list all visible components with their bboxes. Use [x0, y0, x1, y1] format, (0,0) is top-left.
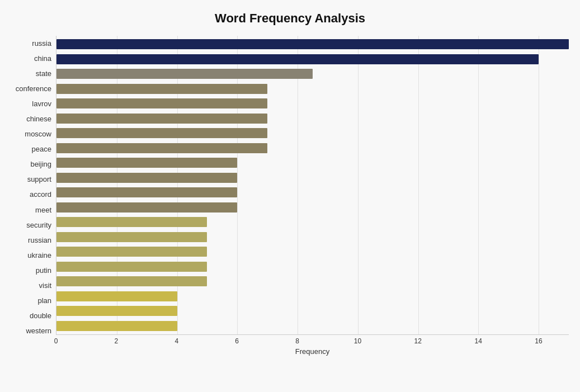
bar [56, 173, 237, 183]
y-label: plan [37, 293, 51, 308]
bar-row [56, 244, 569, 259]
x-axis-label: Frequency [56, 347, 569, 356]
bar-row [56, 67, 569, 81]
bar [56, 217, 207, 227]
y-label: double [30, 308, 51, 323]
y-label: moscow [25, 127, 51, 141]
bar-row [56, 141, 569, 155]
y-label: chinese [26, 112, 51, 126]
x-tick: 12 [414, 337, 422, 345]
y-label: meet [35, 202, 51, 217]
bars-wrapper [56, 36, 569, 334]
bar-row [56, 96, 569, 111]
bar [56, 54, 539, 64]
y-axis: russiachinastateconferencelavrovchinesem… [11, 36, 56, 355]
y-label: russian [28, 233, 51, 247]
x-axis-wrapper: 0246810121416 Frequency [56, 335, 569, 355]
x-tick: 16 [535, 337, 542, 345]
bar-row [56, 171, 569, 185]
x-tick: 8 [295, 337, 299, 345]
bar-row [56, 155, 569, 170]
bars-area [56, 36, 569, 334]
bar [56, 232, 207, 242]
bar [56, 187, 237, 197]
y-label: state [36, 67, 51, 81]
x-tick: 4 [175, 337, 178, 345]
bar [56, 114, 267, 124]
chart-container: Word Frequency Analysis russiachinastate… [0, 0, 580, 392]
x-tick: 14 [474, 337, 482, 345]
y-label: accord [30, 187, 51, 202]
bar [56, 262, 207, 272]
bar-row [56, 289, 569, 304]
y-label: security [26, 218, 51, 232]
y-label: putin [36, 263, 51, 277]
bar [56, 306, 177, 316]
bar [56, 276, 207, 286]
bar-row [56, 111, 569, 126]
bar [56, 291, 177, 301]
bars-and-x: 0246810121416 Frequency [56, 36, 569, 355]
bar-row [56, 274, 569, 289]
x-tick: 0 [54, 337, 58, 345]
bar-row [56, 200, 569, 215]
bar-row [56, 52, 569, 67]
x-tick: 6 [235, 337, 239, 345]
y-label: visit [39, 278, 51, 292]
bar [56, 98, 267, 108]
bar-row [56, 304, 569, 318]
bar-row [56, 185, 569, 200]
y-label: ukraine [27, 248, 51, 262]
chart-area: russiachinastateconferencelavrovchinesem… [11, 36, 569, 355]
y-label: western [26, 323, 51, 338]
bar-row [56, 259, 569, 274]
bar-row [56, 82, 569, 96]
y-label: china [34, 51, 51, 66]
bar [56, 128, 267, 138]
x-tick: 2 [115, 337, 119, 345]
y-label: support [27, 172, 51, 187]
bar-row [56, 215, 569, 229]
chart-title: Word Frequency Analysis [11, 11, 569, 26]
y-label: beijing [30, 157, 51, 172]
bar [56, 247, 207, 257]
bar [56, 69, 313, 79]
bar [56, 143, 267, 153]
bar-row [56, 126, 569, 140]
x-ticks-row: 0246810121416 [56, 335, 569, 346]
y-label: lavrov [32, 97, 51, 111]
bar [56, 39, 569, 49]
bar-row [56, 37, 569, 51]
bar-row [56, 230, 569, 244]
x-tick: 10 [354, 337, 361, 345]
y-label: conference [16, 82, 51, 96]
y-label: russia [32, 36, 51, 51]
bar [56, 321, 177, 331]
bar [56, 202, 237, 212]
bar [56, 84, 267, 94]
bar-row [56, 319, 569, 333]
bar [56, 158, 237, 168]
y-label: peace [32, 142, 51, 157]
